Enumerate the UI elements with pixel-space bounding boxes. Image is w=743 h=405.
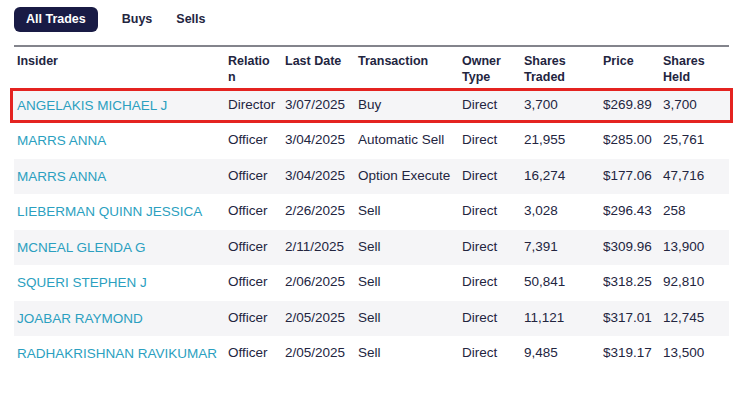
- owner-type-cell: Direct: [462, 238, 524, 256]
- column-header-shares-traded: Shares Traded: [524, 53, 603, 86]
- transaction-cell: Sell: [358, 344, 462, 362]
- last-date-cell: 2/05/2025: [285, 309, 358, 327]
- last-date-cell: 3/07/2025: [285, 96, 358, 114]
- last-date-cell: 2/05/2025: [285, 344, 358, 362]
- insider-link[interactable]: MCNEAL GLENDA G: [17, 238, 146, 258]
- price-cell: $269.89: [603, 96, 663, 114]
- price-cell: $318.25: [603, 273, 663, 291]
- last-date-cell: 2/06/2025: [285, 273, 358, 291]
- insider-link[interactable]: ANGELAKIS MICHAEL J: [17, 96, 167, 116]
- column-header-relation: Relation: [228, 53, 285, 86]
- shares-traded-cell: 50,841: [524, 273, 603, 291]
- shares-traded-cell: 16,274: [524, 167, 603, 185]
- insider-cell: MARRS ANNA: [17, 167, 228, 187]
- trade-filter-tabs: All Trades Buys Sells: [14, 7, 743, 32]
- shares-held-cell: 3,700: [663, 96, 729, 114]
- owner-type-cell: Direct: [462, 202, 524, 220]
- table-row: SQUERI STEPHEN J Officer 2/06/2025 Sell …: [14, 265, 729, 301]
- tab-all-trades[interactable]: All Trades: [14, 7, 98, 32]
- last-date-cell: 2/26/2025: [285, 202, 358, 220]
- table-row: MCNEAL GLENDA G Officer 2/11/2025 Sell D…: [14, 230, 729, 266]
- relation-cell: Officer: [228, 238, 285, 256]
- table-row: JOABAR RAYMOND Officer 2/05/2025 Sell Di…: [14, 301, 729, 337]
- shares-held-cell: 25,761: [663, 131, 729, 149]
- shares-traded-cell: 21,955: [524, 131, 603, 149]
- price-cell: $317.01: [603, 309, 663, 327]
- insider-link[interactable]: SQUERI STEPHEN J: [17, 273, 147, 293]
- insider-cell: JOABAR RAYMOND: [17, 309, 228, 329]
- shares-traded-cell: 9,485: [524, 344, 603, 362]
- price-cell: $177.06: [603, 167, 663, 185]
- table-row: MARRS ANNA Officer 3/04/2025 Automatic S…: [14, 123, 729, 159]
- insider-link[interactable]: RADHAKRISHNAN RAVIKUMAR: [17, 344, 217, 364]
- shares-held-cell: 47,716: [663, 167, 729, 185]
- tab-buys[interactable]: Buys: [122, 8, 153, 31]
- price-cell: $309.96: [603, 238, 663, 256]
- insider-trades-table: Insider Relation Last Date Transaction O…: [14, 45, 729, 372]
- table-row-highlighted: ANGELAKIS MICHAEL J Director 3/07/2025 B…: [10, 88, 733, 124]
- column-header-transaction: Transaction: [358, 53, 462, 69]
- last-date-cell: 2/11/2025: [285, 238, 358, 256]
- shares-traded-cell: 11,121: [524, 309, 603, 327]
- insider-cell: MCNEAL GLENDA G: [17, 238, 228, 258]
- relation-cell: Officer: [228, 167, 285, 185]
- relation-cell: Officer: [228, 131, 285, 149]
- owner-type-cell: Direct: [462, 167, 524, 185]
- shares-held-cell: 12,745: [663, 309, 729, 327]
- transaction-cell: Option Execute: [358, 167, 462, 185]
- last-date-cell: 3/04/2025: [285, 131, 358, 149]
- transaction-cell: Sell: [358, 273, 462, 291]
- transaction-cell: Sell: [358, 238, 462, 256]
- shares-traded-cell: 3,700: [524, 96, 603, 114]
- table-row: MARRS ANNA Officer 3/04/2025 Option Exec…: [14, 159, 729, 195]
- transaction-cell: Buy: [358, 96, 462, 114]
- last-date-cell: 3/04/2025: [285, 167, 358, 185]
- table-header-row: Insider Relation Last Date Transaction O…: [14, 47, 729, 88]
- column-header-last-date: Last Date: [285, 53, 358, 69]
- column-header-owner-type: Owner Type: [462, 53, 524, 86]
- transaction-cell: Sell: [358, 202, 462, 220]
- shares-traded-cell: 7,391: [524, 238, 603, 256]
- transaction-cell: Sell: [358, 309, 462, 327]
- insider-cell: ANGELAKIS MICHAEL J: [17, 96, 228, 116]
- table-body: ANGELAKIS MICHAEL J Director 3/07/2025 B…: [14, 88, 729, 373]
- owner-type-cell: Direct: [462, 309, 524, 327]
- column-header-shares-held: Shares Held: [663, 53, 729, 86]
- relation-cell: Officer: [228, 273, 285, 291]
- relation-cell: Officer: [228, 309, 285, 327]
- owner-type-cell: Direct: [462, 131, 524, 149]
- tab-sells[interactable]: Sells: [176, 8, 205, 31]
- price-cell: $296.43: [603, 202, 663, 220]
- insider-cell: LIEBERMAN QUINN JESSICA: [17, 202, 228, 222]
- transaction-cell: Automatic Sell: [358, 131, 462, 149]
- price-cell: $285.00: [603, 131, 663, 149]
- insider-cell: SQUERI STEPHEN J: [17, 273, 228, 293]
- insider-link[interactable]: MARRS ANNA: [17, 167, 106, 187]
- insider-cell: RADHAKRISHNAN RAVIKUMAR: [17, 344, 228, 364]
- relation-cell: Officer: [228, 344, 285, 362]
- shares-held-cell: 258: [663, 202, 729, 220]
- table-row: RADHAKRISHNAN RAVIKUMAR Officer 2/05/202…: [14, 336, 729, 372]
- relation-cell: Director: [228, 96, 285, 114]
- insider-link[interactable]: LIEBERMAN QUINN JESSICA: [17, 202, 202, 222]
- column-header-insider: Insider: [17, 53, 228, 69]
- insider-link[interactable]: JOABAR RAYMOND: [17, 309, 143, 329]
- owner-type-cell: Direct: [462, 273, 524, 291]
- owner-type-cell: Direct: [462, 96, 524, 114]
- price-cell: $319.17: [603, 344, 663, 362]
- column-header-price: Price: [603, 53, 663, 69]
- owner-type-cell: Direct: [462, 344, 524, 362]
- shares-traded-cell: 3,028: [524, 202, 603, 220]
- insider-cell: MARRS ANNA: [17, 131, 228, 151]
- table-row: LIEBERMAN QUINN JESSICA Officer 2/26/202…: [14, 194, 729, 230]
- relation-cell: Officer: [228, 202, 285, 220]
- shares-held-cell: 13,900: [663, 238, 729, 256]
- insider-link[interactable]: MARRS ANNA: [17, 131, 106, 151]
- shares-held-cell: 92,810: [663, 273, 729, 291]
- shares-held-cell: 13,500: [663, 344, 729, 362]
